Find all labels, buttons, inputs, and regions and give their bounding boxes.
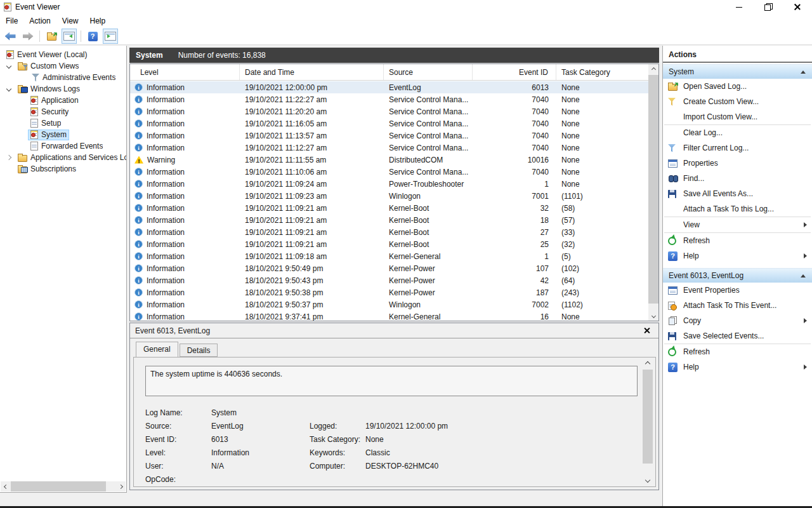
table-row[interactable]: Information19/10/2021 11:22:27 amService…: [130, 93, 648, 105]
show-console-tree-button[interactable]: [62, 29, 77, 44]
close-button[interactable]: [783, 0, 812, 14]
column-header-event-id[interactable]: Event ID: [473, 64, 556, 80]
column-header-level[interactable]: Level: [130, 64, 240, 80]
table-row[interactable]: Information19/10/2021 11:09:21 amKernel-…: [130, 202, 648, 214]
cell-source: Service Control Mana...: [384, 105, 473, 117]
scroll-right-button[interactable]: [115, 481, 126, 491]
action-event-properties[interactable]: Event Properties: [663, 283, 812, 298]
tree-item-applications-and-services-lo[interactable]: Applications and Services Lo: [0, 152, 126, 163]
table-row[interactable]: Information19/10/2021 11:10:06 amService…: [130, 166, 648, 178]
column-header-task-category[interactable]: Task Category: [556, 64, 648, 80]
table-row[interactable]: Information19/10/2021 11:09:21 amKernel-…: [130, 214, 648, 226]
tree-item-administrative-events[interactable]: Administrative Events: [0, 72, 126, 83]
tree-item-windows-logs[interactable]: Windows Logs: [0, 83, 126, 95]
chevron-right-icon[interactable]: [3, 156, 15, 159]
tab-details[interactable]: Details: [180, 344, 218, 357]
tree-item-custom-views[interactable]: Custom Views: [0, 60, 126, 72]
column-header-source[interactable]: Source: [384, 64, 473, 80]
level-label: Information: [147, 312, 185, 321]
scroll-up-button[interactable]: [643, 359, 653, 369]
title-bar: Event Viewer: [0, 0, 812, 14]
export-log-button[interactable]: [44, 29, 59, 44]
action-clear-log[interactable]: Clear Log...: [663, 125, 812, 140]
chevron-down-icon[interactable]: [3, 87, 15, 91]
scroll-down-button[interactable]: [648, 311, 658, 321]
action-open-saved-log[interactable]: Open Saved Log...: [663, 79, 812, 94]
detail-field-row: OpCode:: [145, 472, 630, 486]
collapse-icon[interactable]: [801, 70, 806, 74]
scrollbar-thumb[interactable]: [648, 75, 658, 304]
action-label: Find...: [683, 174, 807, 183]
help-button[interactable]: [85, 29, 100, 44]
scroll-down-button[interactable]: [643, 475, 653, 485]
action-refresh[interactable]: Refresh: [663, 233, 812, 248]
action-attach-task-to-this-event[interactable]: Attach Task To This Event...: [663, 298, 812, 313]
table-row[interactable]: Information18/10/2021 9:50:38 pmKernel-P…: [130, 286, 648, 298]
tree-item-security[interactable]: Security: [0, 106, 126, 117]
scrollbar-thumb[interactable]: [11, 481, 106, 491]
events-vertical-scrollbar[interactable]: [648, 64, 658, 321]
tree-item-subscriptions[interactable]: Subscriptions: [0, 163, 126, 175]
detail-close-button[interactable]: [641, 324, 653, 337]
chevron-down-icon[interactable]: [3, 64, 15, 68]
tree-item-event-viewer-local[interactable]: Event Viewer (Local): [0, 49, 126, 60]
show-action-pane-button[interactable]: [103, 29, 118, 44]
minimize-button[interactable]: [724, 0, 754, 14]
table-row[interactable]: Information19/10/2021 11:09:21 amKernel-…: [130, 226, 648, 238]
back-button[interactable]: [3, 29, 18, 44]
menu-view[interactable]: View: [56, 14, 84, 28]
forward-button[interactable]: [20, 29, 36, 44]
restore-button[interactable]: [754, 0, 783, 14]
collapse-icon[interactable]: [801, 274, 806, 277]
tab-general[interactable]: General: [136, 342, 178, 357]
table-row[interactable]: Information19/10/2021 11:09:24 amPower-T…: [130, 178, 648, 190]
action-help[interactable]: Help: [663, 248, 812, 264]
actions-section-header-event-6013-eventlog[interactable]: Event 6013, EventLog: [663, 268, 812, 283]
tree-item-setup[interactable]: Setup: [0, 117, 126, 129]
tree-item-application[interactable]: Application: [0, 95, 126, 106]
action-properties[interactable]: Properties: [663, 156, 812, 171]
action-refresh[interactable]: Refresh: [663, 344, 812, 359]
actions-section-header-system[interactable]: System: [663, 64, 812, 79]
table-row[interactable]: Warning19/10/2021 11:11:55 amDistributed…: [130, 154, 648, 166]
cell-task-category: None: [556, 311, 648, 321]
table-row[interactable]: Information18/10/2021 9:37:41 pmKernel-G…: [130, 311, 648, 321]
menu-file[interactable]: File: [0, 14, 23, 28]
action-label: Help: [683, 363, 804, 371]
action-view[interactable]: View: [663, 217, 812, 232]
table-row[interactable]: Information19/10/2021 11:16:05 amService…: [130, 117, 648, 130]
table-row[interactable]: Information18/10/2021 9:50:49 pmKernel-P…: [130, 262, 648, 274]
action-help[interactable]: Help: [663, 359, 812, 375]
table-row[interactable]: Information18/10/2021 9:50:37 pmWinlogon…: [130, 298, 648, 311]
scroll-up-button[interactable]: [648, 64, 658, 74]
tree-item-system[interactable]: System: [0, 129, 126, 140]
action-filter-current-log[interactable]: Filter Current Log...: [663, 140, 812, 156]
table-row[interactable]: Information18/10/2021 9:50:43 pmKernel-P…: [130, 274, 648, 286]
scrollbar-thumb[interactable]: [643, 370, 653, 464]
scroll-left-button[interactable]: [1, 481, 11, 491]
cell-source: Kernel-General: [384, 250, 473, 262]
event-message-box[interactable]: The system uptime is 440636 seconds.: [145, 366, 638, 396]
table-row[interactable]: Information19/10/2021 11:12:27 amService…: [130, 142, 648, 154]
information-icon: [134, 180, 143, 188]
table-row[interactable]: Information19/10/2021 11:09:21 amKernel-…: [130, 238, 648, 250]
table-row[interactable]: Information19/10/2021 12:00:00 pmEventLo…: [130, 81, 648, 93]
column-header-date-time[interactable]: Date and Time: [240, 64, 384, 80]
table-row[interactable]: Information19/10/2021 11:13:57 amService…: [130, 130, 648, 142]
table-row[interactable]: Information19/10/2021 11:20:20 amService…: [130, 105, 648, 117]
table-row[interactable]: Information19/10/2021 11:09:18 amKernel-…: [130, 250, 648, 262]
detail-vertical-scrollbar[interactable]: [643, 359, 653, 485]
cell-level: Information: [130, 298, 240, 311]
action-find[interactable]: Find...: [663, 171, 812, 186]
action-copy[interactable]: Copy: [663, 313, 812, 328]
table-row[interactable]: Information19/10/2021 11:09:23 amWinlogo…: [130, 190, 648, 202]
action-import-custom-view[interactable]: Import Custom View...: [663, 109, 812, 124]
tree-item-forwarded-events[interactable]: Forwarded Events: [0, 140, 126, 152]
tree-horizontal-scrollbar[interactable]: [1, 481, 126, 491]
action-attach-a-task-to-this-log[interactable]: Attach a Task To this Log...: [663, 201, 812, 217]
menu-help[interactable]: Help: [84, 14, 112, 28]
menu-action[interactable]: Action: [23, 14, 56, 28]
action-create-custom-view[interactable]: Create Custom View...: [663, 94, 812, 109]
action-save-all-events-as[interactable]: Save All Events As...: [663, 186, 812, 201]
action-save-selected-events[interactable]: Save Selected Events...: [663, 328, 812, 344]
